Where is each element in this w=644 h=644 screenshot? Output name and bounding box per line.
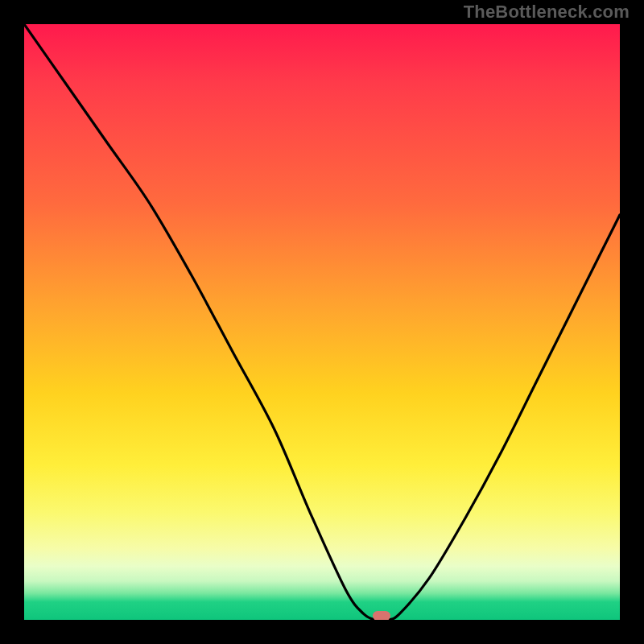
bottleneck-curve [24, 24, 620, 620]
plot-area [24, 24, 620, 620]
chart-frame: TheBottleneck.com [0, 0, 644, 644]
watermark-text: TheBottleneck.com [464, 2, 630, 23]
minimum-marker [373, 611, 390, 620]
curve-path [24, 24, 620, 620]
